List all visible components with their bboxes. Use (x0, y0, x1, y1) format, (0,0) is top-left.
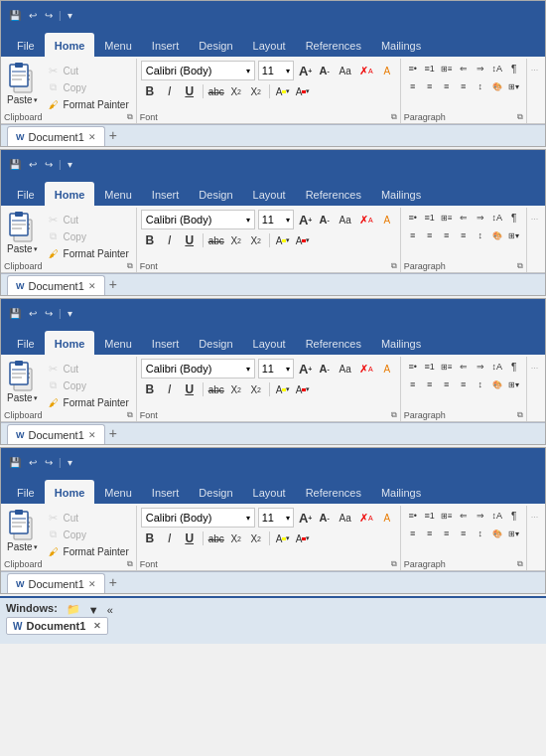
underline-button[interactable]: U (181, 82, 199, 100)
superscript-button[interactable]: X2 (247, 82, 265, 100)
bullets-button[interactable]: ≡• (405, 359, 421, 375)
sort-button[interactable]: ↕A (489, 61, 505, 76)
tab-insert[interactable]: Insert (142, 33, 190, 57)
paste-button[interactable]: Paste ▾ (3, 61, 42, 107)
tab-menu[interactable]: Menu (94, 33, 142, 57)
windows-folder-icon[interactable]: 📁 (64, 602, 83, 617)
tab-file[interactable]: File (7, 182, 45, 206)
align-right-button[interactable]: ≡ (439, 78, 455, 94)
tab-layout[interactable]: Layout (243, 331, 296, 355)
tab-mailings[interactable]: Mailings (371, 331, 431, 355)
decrease-indent-button[interactable]: ⇐ (456, 61, 472, 76)
paste-dropdown-icon[interactable]: ▾ (34, 96, 38, 104)
tab-home[interactable]: Home (45, 480, 95, 504)
font-size-decrease-button[interactable]: A- (316, 211, 334, 228)
align-center-button[interactable]: ≡ (422, 78, 438, 94)
bullets-button[interactable]: ≡• (405, 61, 421, 76)
tab-design[interactable]: Design (189, 331, 242, 355)
document-tab-close-icon[interactable]: ✕ (88, 132, 96, 142)
font-face-selector[interactable]: Calibri (Body) ▾ (141, 359, 255, 378)
clear-formatting-button[interactable]: ✗A (357, 509, 375, 527)
tab-layout[interactable]: Layout (243, 182, 296, 206)
justify-button[interactable]: ≡ (456, 526, 472, 541)
font-color-dropdown-icon[interactable]: ▾ (306, 385, 310, 393)
change-case-button[interactable]: Aa (337, 509, 354, 527)
font-size-dropdown-icon[interactable]: ▾ (286, 365, 290, 374)
customize-qat-icon[interactable]: ▾ (66, 456, 74, 469)
copy-button[interactable]: ⧉ Copy (44, 378, 132, 393)
paste-dropdown-icon[interactable]: ▾ (34, 543, 38, 551)
decrease-indent-button[interactable]: ⇐ (456, 508, 472, 524)
tab-menu[interactable]: Menu (94, 480, 142, 504)
change-case-button[interactable]: Aa (337, 360, 354, 378)
tab-references[interactable]: References (296, 33, 371, 57)
cut-button[interactable]: ✂ Cut (44, 510, 132, 526)
font-size-increase-button[interactable]: A+ (297, 62, 315, 79)
increase-indent-button[interactable]: ⇒ (473, 508, 488, 524)
font-size-dropdown-icon[interactable]: ▾ (286, 67, 290, 76)
subscript-button[interactable]: X2 (227, 529, 245, 547)
font-size-selector[interactable]: 11 ▾ (258, 359, 294, 378)
tab-home[interactable]: Home (45, 331, 95, 355)
font-color-button[interactable]: A ▾ (294, 82, 312, 100)
redo-icon[interactable]: ↪ (43, 158, 55, 171)
decrease-indent-button[interactable]: ⇐ (456, 210, 472, 226)
tab-design[interactable]: Design (189, 182, 242, 206)
multilevel-list-button[interactable]: ⊞≡ (439, 210, 455, 226)
undo-icon[interactable]: ↩ (27, 456, 39, 469)
superscript-button[interactable]: X2 (247, 380, 265, 398)
font-face-selector[interactable]: Calibri (Body) ▾ (141, 210, 255, 229)
tab-file[interactable]: File (7, 33, 45, 57)
clipboard-expand-icon[interactable]: ⧉ (127, 261, 133, 271)
text-effects-button[interactable]: A (378, 509, 396, 527)
font-size-decrease-button[interactable]: A- (316, 509, 334, 527)
clipboard-expand-icon[interactable]: ⧉ (127, 410, 133, 420)
font-group-expand-icon[interactable]: ⧉ (391, 559, 397, 569)
font-face-dropdown-icon[interactable]: ▾ (246, 216, 250, 225)
format-painter-button[interactable]: 🖌 Format Painter (44, 245, 132, 261)
change-case-button[interactable]: Aa (337, 211, 354, 228)
save-icon[interactable]: 💾 (7, 9, 23, 22)
tab-mailings[interactable]: Mailings (371, 182, 431, 206)
show-marks-button[interactable]: ¶ (506, 61, 522, 76)
numbering-button[interactable]: ≡1 (422, 359, 438, 375)
italic-button[interactable]: I (161, 380, 179, 398)
font-size-increase-button[interactable]: A+ (297, 211, 315, 228)
undo-icon[interactable]: ↩ (27, 158, 39, 171)
align-center-button[interactable]: ≡ (422, 377, 438, 392)
new-document-tab-button[interactable]: + (105, 274, 121, 294)
borders-button[interactable]: ⊞▾ (506, 526, 522, 541)
bold-button[interactable]: B (141, 529, 159, 547)
change-case-button[interactable]: Aa (337, 62, 354, 79)
document-tab-close-icon[interactable]: ✕ (88, 579, 96, 589)
font-color-dropdown-icon[interactable]: ▾ (306, 236, 310, 244)
numbering-button[interactable]: ≡1 (422, 508, 438, 524)
document-tab-close-icon[interactable]: ✕ (88, 281, 96, 291)
font-color-dropdown-icon[interactable]: ▾ (306, 534, 310, 542)
clear-formatting-button[interactable]: ✗A (357, 211, 375, 228)
tab-references[interactable]: References (296, 182, 371, 206)
tab-file[interactable]: File (7, 480, 45, 504)
font-group-expand-icon[interactable]: ⧉ (391, 112, 397, 122)
windows-dropdown-icon[interactable]: ▼ (85, 603, 102, 617)
justify-button[interactable]: ≡ (456, 227, 472, 243)
paragraph-group-expand-icon[interactable]: ⧉ (517, 410, 523, 420)
tab-home[interactable]: Home (45, 182, 95, 206)
increase-indent-button[interactable]: ⇒ (473, 210, 488, 226)
tab-home[interactable]: Home (45, 33, 95, 57)
windows-item-close-icon[interactable]: ✕ (93, 621, 101, 631)
tab-menu[interactable]: Menu (94, 182, 142, 206)
subscript-button[interactable]: X2 (227, 82, 245, 100)
new-document-tab-button[interactable]: + (105, 572, 121, 592)
clear-formatting-button[interactable]: ✗A (357, 360, 375, 378)
subscript-button[interactable]: X2 (227, 231, 245, 249)
align-left-button[interactable]: ≡ (405, 227, 421, 243)
copy-button[interactable]: ⧉ Copy (44, 79, 132, 95)
show-marks-button[interactable]: ¶ (506, 359, 522, 375)
align-right-button[interactable]: ≡ (439, 526, 455, 541)
customize-qat-icon[interactable]: ▾ (66, 9, 74, 22)
line-spacing-button[interactable]: ↕ (473, 377, 488, 392)
italic-button[interactable]: I (161, 231, 179, 249)
tab-mailings[interactable]: Mailings (371, 33, 431, 57)
strikethrough-button[interactable]: abc (207, 380, 225, 398)
